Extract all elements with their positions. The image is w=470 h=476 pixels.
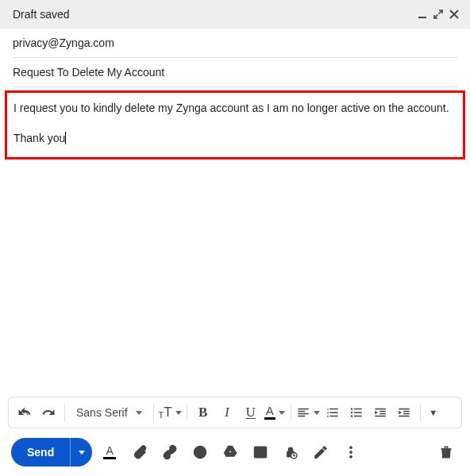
subject-field[interactable]: Request To Delete My Account [13,58,457,87]
svg-point-5 [198,451,199,452]
discard-draft-button[interactable] [433,440,459,465]
send-options-button[interactable] [70,438,92,466]
svg-point-13 [350,455,352,458]
formatting-toolbar: Sans Serif TT B I U A ▼ [8,397,462,428]
svg-point-1 [351,408,352,409]
insert-drive-button[interactable] [218,440,243,465]
to-field[interactable]: privacy@Zynga.com [13,29,457,58]
svg-point-11 [350,447,352,449]
indent-more-button[interactable] [393,401,415,424]
send-button[interactable]: Send [11,438,70,466]
fullscreen-button[interactable] [430,6,446,22]
send-group: Send [11,438,92,466]
svg-point-8 [257,450,260,452]
recipient-subject-area: privacy@Zynga.com Request To Delete My A… [0,29,470,87]
redo-button[interactable] [37,401,60,424]
insert-image-button[interactable] [248,440,273,465]
insert-emoji-button[interactable] [187,440,213,465]
italic-button[interactable]: I [216,401,238,424]
underline-button[interactable]: U [240,401,262,424]
separator [291,404,291,421]
numbered-list-button[interactable] [322,401,344,424]
close-button[interactable] [446,6,462,22]
svg-rect-0 [418,17,426,18]
separator [420,404,421,421]
bulleted-list-button[interactable] [345,401,368,424]
separator [153,404,154,421]
action-bar: Send A [0,428,470,476]
message-body[interactable]: I request you to kindly delete my Zynga … [5,90,465,159]
confidential-mode-button[interactable] [278,440,303,465]
insert-link-button[interactable] [157,440,183,465]
text-format-toggle[interactable]: A [97,440,122,465]
more-options-button[interactable] [338,440,364,465]
svg-point-6 [202,451,203,452]
text-color-button[interactable]: A [264,401,286,424]
minimize-button[interactable] [414,6,430,22]
send-label: Send [27,446,54,459]
attach-file-button[interactable] [127,440,152,465]
separator [187,404,187,421]
body-line-2: Thank you [13,132,66,144]
body-spacer [0,159,470,392]
undo-button[interactable] [13,401,36,424]
insert-signature-button[interactable] [308,440,333,465]
font-family-select[interactable]: Sans Serif [70,401,148,424]
svg-point-12 [350,451,352,454]
bold-button[interactable]: B [192,401,214,424]
font-size-select[interactable]: TT [159,401,182,424]
body-line-1: I request you to kindly delete my Zynga … [13,101,457,117]
compose-title: Draft saved [13,8,414,21]
svg-point-3 [351,415,352,416]
svg-point-2 [351,412,352,413]
align-button[interactable] [296,401,320,424]
compose-header: Draft saved [0,0,470,29]
indent-less-button[interactable] [369,401,391,424]
separator [64,404,65,421]
more-formatting-button[interactable]: ▼ [426,401,441,424]
font-family-label: Sans Serif [76,406,128,419]
svg-point-4 [195,447,206,459]
